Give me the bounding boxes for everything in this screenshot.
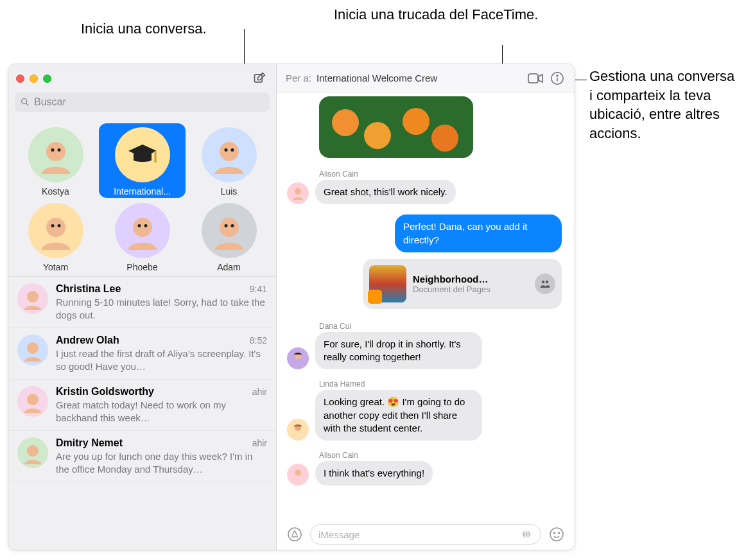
avatar: [115, 127, 170, 182]
conversation-item[interactable]: Christina Lee9:41Running 5-10 minutes la…: [8, 277, 276, 328]
search-icon: [20, 97, 30, 107]
memoji-icon: [210, 211, 248, 250]
graduation-cap-icon: [126, 142, 159, 168]
message-incoming[interactable]: Looking great. 😍 I'm going to do another…: [315, 390, 482, 441]
avatar: [17, 283, 48, 314]
svg-point-27: [546, 281, 549, 284]
to-label: Per a:: [286, 73, 311, 83]
svg-point-26: [542, 281, 545, 284]
sender-label: Alison Cain: [319, 451, 564, 460]
avatar[interactable]: [287, 347, 309, 369]
message-incoming[interactable]: Great shot, this'll work nicely.: [315, 180, 456, 204]
close-button[interactable]: [16, 74, 24, 83]
pinned-conversation[interactable]: Luis: [186, 123, 272, 198]
memoji-icon: [37, 211, 75, 250]
svg-point-9: [46, 218, 65, 237]
message-incoming[interactable]: For sure, I'll drop it in shortly. It's …: [315, 332, 482, 370]
avatar: [202, 203, 257, 258]
chat-header: Per a: International Welcome Crew: [277, 64, 575, 92]
message-incoming[interactable]: I think that's everything!: [315, 461, 433, 486]
svg-point-33: [554, 532, 555, 534]
memoji-icon: [210, 136, 248, 174]
pinned-conversation[interactable]: Yotam: [12, 199, 99, 274]
conversation-item[interactable]: Dmitry NemetahirAre you up for lunch one…: [8, 431, 276, 482]
pin-label: Kostya: [42, 186, 69, 197]
chat-pane: Per a: International Welcome Crew Alison…: [277, 64, 575, 550]
svg-rect-22: [528, 74, 538, 83]
conversation-name: Dmitry Nemet: [56, 437, 123, 449]
svg-point-8: [230, 148, 234, 152]
svg-point-11: [57, 224, 60, 227]
svg-point-21: [27, 445, 39, 457]
sender-label: Linda Hamed: [319, 380, 564, 389]
avatar[interactable]: [287, 464, 309, 486]
avatar: [17, 437, 48, 468]
sidebar: Buscar KostyaInternational...LuisYotamPh…: [8, 64, 277, 550]
pin-label: Yotam: [43, 262, 68, 272]
minimize-button[interactable]: [30, 74, 38, 83]
pin-label: International...: [114, 186, 171, 197]
input-bar: iMessage: [277, 519, 575, 550]
pin-label: Adam: [217, 262, 241, 272]
to-value[interactable]: International Welcome Crew: [317, 73, 437, 83]
smile-icon: [549, 527, 564, 542]
message-outgoing[interactable]: Perfect! Dana, can you add it directly?: [395, 214, 562, 252]
compose-button[interactable]: [250, 69, 268, 87]
conversation-time: 9:41: [250, 284, 267, 294]
conversation-time: 8:52: [250, 335, 267, 346]
svg-point-12: [133, 218, 152, 237]
svg-point-32: [550, 528, 563, 541]
image-attachment[interactable]: [319, 96, 473, 158]
avatar[interactable]: [287, 419, 309, 441]
memoji-icon: [21, 390, 44, 413]
emoji-button[interactable]: [548, 525, 566, 543]
document-attachment[interactable]: Neighborhood… Document del Pages: [363, 259, 562, 309]
titlebar: [8, 64, 276, 92]
svg-point-1: [22, 99, 27, 104]
memoji-icon: [290, 186, 306, 201]
video-icon: [528, 73, 543, 84]
svg-point-17: [230, 224, 234, 227]
pinned-conversation[interactable]: Phoebe: [99, 199, 186, 274]
conversation-item[interactable]: Andrew Olah8:52I just read the first dra…: [8, 328, 276, 380]
svg-point-20: [27, 394, 39, 405]
search-input[interactable]: Buscar: [15, 92, 270, 112]
appstore-icon: [287, 527, 302, 542]
zoom-button[interactable]: [43, 74, 51, 83]
pinned-conversation[interactable]: International...: [99, 123, 186, 198]
conversation-name: Christina Lee: [56, 283, 121, 295]
svg-point-13: [137, 224, 141, 227]
doc-title: Neighborhood…: [413, 274, 528, 284]
traffic-lights: [16, 74, 51, 83]
conversation-item[interactable]: Kristin GoldsworthyahirGreat match today…: [8, 380, 276, 431]
svg-point-7: [224, 148, 227, 152]
conversation-preview: Great match today! Need to work on my ba…: [56, 399, 267, 424]
svg-point-24: [557, 74, 558, 76]
pinned-conversation[interactable]: Kostya: [12, 123, 99, 198]
message-input[interactable]: iMessage: [310, 524, 541, 545]
conversation-preview: Running 5-10 minutes late! Sorry, had to…: [56, 296, 267, 321]
avatar[interactable]: [287, 182, 309, 204]
avatar: [17, 335, 48, 365]
details-button[interactable]: [549, 70, 566, 87]
svg-point-2: [46, 142, 65, 161]
conversation-time: ahir: [252, 387, 267, 397]
info-icon: [550, 71, 564, 85]
avatar: [115, 203, 170, 258]
pinned-conversations: KostyaInternational...LuisYotamPhoebeAda…: [8, 118, 276, 276]
avatar: [17, 386, 48, 417]
facetime-button[interactable]: [527, 70, 544, 87]
memoji-icon: [21, 287, 44, 310]
svg-point-18: [27, 291, 39, 302]
doc-subtitle: Document del Pages: [413, 284, 528, 294]
pinned-conversation[interactable]: Adam: [186, 199, 272, 274]
memoji-icon: [123, 211, 162, 250]
svg-point-5: [154, 160, 157, 162]
svg-point-6: [220, 142, 239, 161]
conversation-time: ahir: [252, 438, 267, 448]
avatar: [202, 127, 257, 182]
callout-facetime: Inicia una trucada del FaceTime.: [334, 5, 538, 24]
app-store-button[interactable]: [286, 525, 304, 543]
callout-info: Gestiona una conversa i comparteix la te…: [589, 67, 737, 143]
memoji-icon: [21, 441, 44, 464]
